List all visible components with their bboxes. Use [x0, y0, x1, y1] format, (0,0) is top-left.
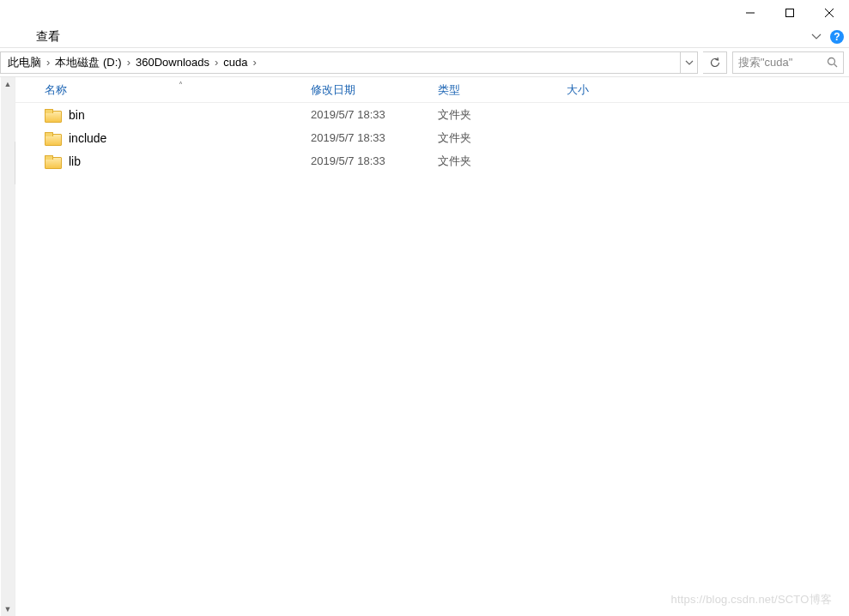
- search-icon: [827, 57, 838, 68]
- file-list-pane: 名称 ˄ 修改日期 类型 大小 bin 2019/5/7 18:33 文件夹 i…: [15, 77, 849, 616]
- breadcrumb-seg-0[interactable]: 此电脑: [4, 55, 45, 70]
- breadcrumb-seg-2[interactable]: 360Downloads: [132, 56, 213, 69]
- column-header-name-label: 名称: [45, 82, 67, 98]
- column-header-size[interactable]: 大小: [555, 77, 640, 102]
- close-button[interactable]: [810, 0, 849, 26]
- breadcrumb-seg-1[interactable]: 本地磁盘 (D:): [52, 55, 124, 70]
- address-bar: 此电脑 › 本地磁盘 (D:) › 360Downloads › cuda › …: [0, 48, 849, 77]
- breadcrumb-seg-3[interactable]: cuda: [220, 56, 251, 69]
- nav-scrollbar[interactable]: ▲ ▼: [1, 77, 15, 616]
- ribbon-tab-view[interactable]: 查看: [29, 29, 67, 45]
- column-header-name[interactable]: 名称 ˄: [15, 77, 299, 102]
- svg-line-5: [834, 64, 838, 68]
- breadcrumb-sep[interactable]: ›: [125, 56, 132, 69]
- scroll-down-icon[interactable]: ▼: [1, 602, 15, 616]
- chevron-down-icon: [685, 58, 694, 67]
- minimize-icon: [746, 9, 755, 17]
- file-type: 文件夹: [426, 107, 555, 123]
- search-input[interactable]: 搜索"cuda": [732, 51, 844, 74]
- file-name: lib: [69, 154, 81, 168]
- breadcrumb-sep[interactable]: ›: [252, 56, 258, 69]
- ribbon-expand-button[interactable]: [811, 29, 822, 45]
- refresh-button[interactable]: [703, 51, 727, 74]
- navigation-pane-edge: ▲ ▼: [0, 77, 15, 616]
- file-name: bin: [69, 108, 85, 122]
- folder-icon: [45, 109, 60, 121]
- breadcrumb-sep[interactable]: ›: [45, 56, 52, 69]
- file-date: 2019/5/7 18:33: [299, 154, 426, 167]
- main-content: ▲ ▼ 名称 ˄ 修改日期 类型 大小 bin 2019/5/7 18:33 文…: [0, 77, 849, 616]
- ribbon-tabs: 查看 ?: [0, 26, 849, 48]
- column-header-type[interactable]: 类型: [426, 77, 555, 102]
- breadcrumb[interactable]: 此电脑 › 本地磁盘 (D:) › 360Downloads › cuda ›: [0, 51, 698, 74]
- scroll-up-icon[interactable]: ▲: [1, 77, 15, 91]
- chevron-down-icon: [811, 31, 822, 41]
- folder-icon: [45, 155, 60, 167]
- file-row[interactable]: include 2019/5/7 18:33 文件夹: [15, 126, 849, 149]
- minimize-button[interactable]: [731, 0, 770, 26]
- maximize-icon: [785, 9, 794, 17]
- search-placeholder: 搜索"cuda": [738, 55, 822, 70]
- column-headers: 名称 ˄ 修改日期 类型 大小: [15, 77, 849, 103]
- sort-indicator-icon: ˄: [179, 81, 183, 90]
- svg-rect-1: [786, 9, 794, 17]
- file-name: include: [69, 131, 106, 145]
- svg-point-4: [828, 58, 835, 65]
- maximize-button[interactable]: [770, 0, 810, 26]
- file-type: 文件夹: [426, 154, 555, 169]
- file-type: 文件夹: [426, 130, 555, 146]
- help-button[interactable]: ?: [830, 30, 844, 44]
- breadcrumb-history-dropdown[interactable]: [680, 52, 697, 73]
- refresh-icon: [709, 57, 721, 69]
- file-rows: bin 2019/5/7 18:33 文件夹 include 2019/5/7 …: [15, 103, 849, 172]
- window-titlebar: [0, 0, 849, 26]
- close-icon: [825, 9, 834, 17]
- file-date: 2019/5/7 18:33: [299, 108, 426, 121]
- file-date: 2019/5/7 18:33: [299, 131, 426, 144]
- breadcrumb-sep[interactable]: ›: [213, 56, 220, 69]
- file-row[interactable]: bin 2019/5/7 18:33 文件夹: [15, 103, 849, 126]
- column-header-date[interactable]: 修改日期: [299, 77, 426, 102]
- folder-icon: [45, 132, 60, 144]
- file-row[interactable]: lib 2019/5/7 18:33 文件夹: [15, 149, 849, 172]
